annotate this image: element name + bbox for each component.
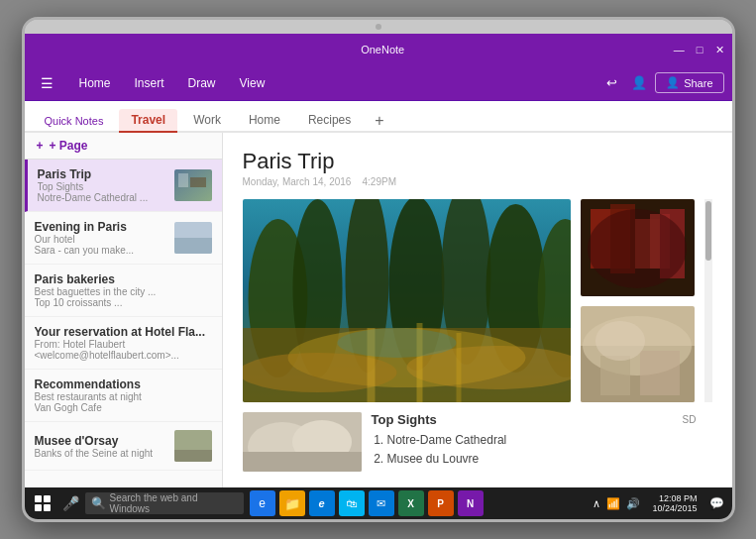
add-page-button[interactable]: + + Page — [25, 133, 222, 160]
bottom-image-svg — [243, 412, 362, 472]
menu-view[interactable]: View — [230, 72, 275, 94]
cortana-icon[interactable]: 🎤 — [58, 495, 83, 511]
note-images — [243, 199, 712, 402]
notifications-icon[interactable]: 💬 — [705, 496, 728, 510]
tab-quick-notes[interactable]: Quick Notes — [33, 111, 116, 133]
mail-icon: ✉ — [377, 497, 385, 510]
note-bottom-section: Top Sights Notre-Dame Cathedral Musee du… — [243, 412, 712, 472]
thumb-image — [174, 169, 212, 201]
list-item[interactable]: Evening in Paris Our hotel Sara - can yo… — [25, 212, 222, 265]
page-subtitle2: Van Gogh Cafe — [35, 402, 212, 413]
undo-button[interactable]: ↩ — [600, 73, 623, 92]
camera-bar — [25, 20, 732, 34]
section-indicator: SD — [683, 412, 712, 472]
side-images — [581, 199, 695, 402]
hamburger-menu[interactable]: ☰ — [33, 71, 61, 95]
note-time: 4:29PM — [363, 176, 396, 187]
list-item[interactable]: Your reservation at Hotel Fla... From: H… — [25, 317, 222, 370]
top-sights-section: Top Sights Notre-Dame Cathedral Musee du… — [372, 412, 673, 472]
search-bar[interactable]: 🔍 Search the web and Windows — [85, 492, 244, 514]
svg-rect-4 — [174, 238, 212, 254]
page-subtitle2: <welcome@hotelflaubert.com>... — [35, 350, 212, 361]
tab-home[interactable]: Home — [237, 109, 292, 133]
menu-insert[interactable]: Insert — [125, 72, 174, 94]
bottom-photo — [243, 412, 362, 472]
list-item[interactable]: Musee d'Orsay Banks of the Seine at nigh… — [25, 422, 222, 471]
menu-bar: ☰ Home Insert Draw View ↩ 👤 👤 Share — [25, 65, 732, 101]
taskbar-app-icons: e 📁 e 🛍 ✉ X P — [246, 490, 487, 516]
taskbar-icon-edge[interactable]: e — [250, 490, 275, 516]
side-image-1-svg — [581, 199, 695, 296]
share-icon: 👤 — [666, 76, 680, 89]
taskbar-icon-onenote[interactable]: N — [458, 490, 484, 516]
page-subtitle1: Top Sights — [38, 181, 166, 192]
main-content: + + Page Paris Trip Top Sights Notre-Dam… — [25, 133, 732, 487]
page-info: Your reservation at Hotel Fla... From: H… — [35, 325, 212, 361]
minimize-button[interactable]: — — [674, 44, 685, 55]
windows-logo — [35, 495, 51, 511]
svg-rect-21 — [456, 333, 461, 402]
tab-recipes[interactable]: Recipes — [296, 109, 363, 133]
page-info: Musee d'Orsay Banks of the Seine at nigh… — [35, 434, 166, 459]
svg-point-22 — [337, 328, 456, 358]
volume-icon[interactable]: 🔊 — [626, 497, 640, 510]
main-photo — [243, 199, 571, 402]
menu-home[interactable]: Home — [69, 72, 121, 94]
tray-icon-up[interactable]: ∧ — [593, 497, 600, 510]
thumb-image — [174, 222, 212, 254]
notebook-tabs: Quick Notes Travel Work Home Recipes + — [25, 101, 732, 133]
ie-icon: e — [318, 497, 324, 509]
note-meta: Monday, March 14, 2016 4:29PM — [243, 176, 712, 187]
page-info: Recommendations Best restaurants at nigh… — [35, 377, 212, 413]
menu-draw[interactable]: Draw — [178, 72, 226, 94]
side-image-2-svg — [581, 306, 695, 403]
taskbar: 🎤 🔍 Search the web and Windows e 📁 e 🛍 — [25, 487, 732, 519]
clock-date: 10/24/2015 — [652, 503, 697, 513]
page-subtitle1: Banks of the Seine at night — [35, 448, 166, 459]
svg-rect-6 — [174, 450, 212, 462]
page-title: Paris bakeries — [35, 272, 212, 286]
taskbar-right: ∧ 📶 🔊 12:08 PM 10/24/2015 💬 — [589, 493, 727, 513]
scroll-thumb[interactable] — [705, 201, 711, 261]
page-subtitle2: Sara - can you make... — [35, 245, 166, 256]
system-clock[interactable]: 12:08 PM 10/24/2015 — [648, 493, 701, 513]
top-sights-list: Notre-Dame Cathedral Musee du Louvre — [387, 431, 673, 469]
app-title: OneNote — [92, 44, 674, 55]
taskbar-icon-mail[interactable]: ✉ — [369, 490, 394, 516]
taskbar-icon-explorer[interactable]: 📁 — [279, 490, 305, 516]
list-item[interactable]: Paris Trip Top Sights Notre-Dame Cathedr… — [25, 160, 222, 212]
taskbar-icon-edge2[interactable]: e — [309, 490, 335, 516]
add-page-label: + Page — [50, 139, 88, 153]
taskbar-icon-powerpoint[interactable]: P — [428, 490, 454, 516]
menu-right: ↩ 👤 👤 Share — [600, 72, 723, 93]
side-photo-2 — [581, 306, 695, 403]
edge-icon: e — [259, 496, 266, 510]
excel-icon: X — [407, 498, 414, 509]
maximize-button[interactable]: □ — [697, 44, 703, 55]
close-button[interactable]: ✕ — [715, 44, 724, 56]
share-button[interactable]: 👤 Share — [655, 72, 723, 93]
page-thumbnail — [174, 222, 212, 254]
page-subtitle1: From: Hotel Flaubert — [35, 339, 212, 350]
svg-point-35 — [595, 321, 645, 361]
tab-work[interactable]: Work — [181, 109, 233, 133]
page-info: Paris bakeries Best baguettes in the cit… — [35, 272, 212, 308]
user-icon[interactable]: 👤 — [631, 75, 647, 90]
page-subtitle2: Top 10 croissants ... — [35, 297, 212, 308]
list-item[interactable]: Recommendations Best restaurants at nigh… — [25, 370, 222, 422]
camera-dot — [376, 24, 381, 30]
system-tray: ∧ 📶 🔊 — [589, 497, 644, 510]
taskbar-icon-excel[interactable]: X — [398, 490, 424, 516]
network-icon[interactable]: 📶 — [606, 497, 620, 510]
sidebar: + + Page Paris Trip Top Sights Notre-Dam… — [25, 133, 223, 487]
taskbar-icon-store[interactable]: 🛍 — [339, 490, 365, 516]
note-date: Monday, March 14, 2016 — [243, 176, 352, 187]
page-info: Paris Trip Top Sights Notre-Dame Cathedr… — [38, 167, 166, 203]
scroll-indicator — [704, 199, 712, 402]
tab-travel[interactable]: Travel — [119, 109, 177, 133]
search-icon: 🔍 — [91, 496, 106, 510]
page-title: Paris Trip — [38, 167, 166, 181]
add-tab-button[interactable]: + — [367, 110, 391, 132]
list-item[interactable]: Paris bakeries Best baguettes in the cit… — [25, 265, 222, 317]
start-button[interactable] — [29, 489, 56, 517]
